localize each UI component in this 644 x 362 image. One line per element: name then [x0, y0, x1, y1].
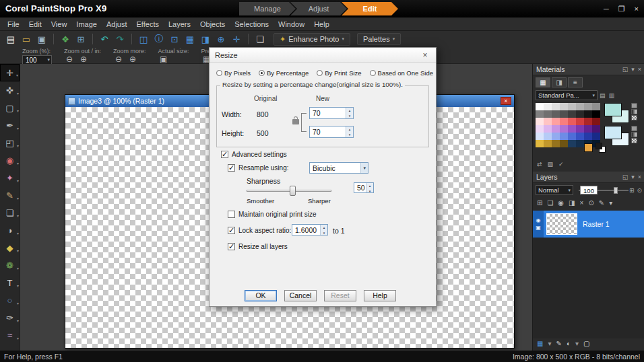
preset-shape-tool[interactable]: ○▾ [0, 291, 20, 309]
mask-icon[interactable]: ◨ [569, 198, 575, 208]
ok-button[interactable]: OK [245, 290, 277, 301]
close-icon[interactable]: × [638, 65, 641, 74]
mode-tab-adjust[interactable]: Adjust [290, 2, 347, 15]
warp-brush-tool[interactable]: ≈▾ [0, 326, 20, 344]
caret-quick-icon[interactable]: ▾ [548, 339, 551, 349]
close-icon[interactable]: × [638, 172, 641, 182]
color-swatch[interactable] [576, 118, 584, 125]
slider-handle[interactable] [290, 186, 296, 196]
grid-view-icon[interactable]: ▦ [183, 33, 197, 45]
color-style-icon[interactable] [631, 103, 637, 108]
color-style-icon[interactable] [631, 126, 637, 131]
checkbox-icon[interactable] [228, 227, 235, 234]
close-button[interactable]: × [635, 5, 639, 13]
maintain-print-size-checkbox[interactable]: Maintain original print size [228, 211, 317, 218]
spin-down-icon[interactable]: ▾ [346, 113, 353, 118]
color-swatch[interactable] [544, 133, 552, 140]
color-swatch[interactable] [592, 125, 600, 133]
color-swatch[interactable] [592, 118, 600, 125]
menu-edit[interactable]: Edit [24, 19, 46, 30]
menu-help[interactable]: Help [309, 19, 334, 30]
help-button[interactable]: Help [364, 290, 396, 301]
open-icon[interactable]: ▭ [20, 33, 33, 45]
radio-by-print-size[interactable]: By Print Size [317, 69, 361, 77]
lock-aspect-ratio-checkbox[interactable]: Lock aspect ratio: [228, 227, 291, 234]
color-swatch[interactable] [544, 118, 552, 125]
dock-icon[interactable]: ◱ [622, 172, 629, 182]
dual-view-icon[interactable]: ◨ [199, 33, 212, 45]
pattern-style-icon[interactable] [631, 115, 637, 120]
color-swatch[interactable] [536, 103, 544, 110]
materials-header[interactable]: Materials ◱▾× [533, 64, 644, 75]
color-swatch[interactable] [552, 103, 560, 110]
aspect-ratio-spinner[interactable]: 1.6000 ▴▾ [292, 224, 328, 236]
link-icon[interactable]: ⊞ [629, 186, 635, 195]
color-swatch[interactable] [584, 110, 592, 118]
info-icon[interactable]: ⓘ [152, 33, 166, 45]
slider-track[interactable] [247, 190, 331, 192]
swatch-quick-icon[interactable]: ▢ [583, 339, 589, 349]
red-eye-tool[interactable]: ◉▾ [0, 151, 20, 169]
color-swatch[interactable] [544, 110, 552, 118]
zoom-more-in-icon[interactable]: ⊕ [127, 55, 138, 64]
text-tool[interactable]: T▾ [0, 274, 20, 291]
swap-colors-icon[interactable]: ⇄ [537, 159, 542, 169]
sharpness-slider[interactable] [247, 186, 331, 196]
document-close-button[interactable]: × [501, 97, 511, 105]
new-file-icon[interactable]: ▤ [4, 33, 18, 45]
transparency-icon[interactable]: ▨ [548, 159, 554, 169]
foreground-color-swatch[interactable] [604, 126, 622, 139]
color-swatch[interactable] [592, 133, 600, 140]
checkbox-icon[interactable] [228, 243, 235, 250]
color-swatch[interactable] [560, 118, 568, 125]
radio-by-pixels[interactable]: By Pixels [216, 69, 251, 77]
redo-icon[interactable]: ↷ [113, 33, 127, 45]
lighten-darken-tool[interactable]: ◑▾ [0, 221, 20, 239]
radio-based-on-one-side[interactable]: Based on One Side [370, 69, 433, 77]
advanced-settings-checkbox[interactable]: Advanced settings [221, 151, 287, 158]
palette-quick-icon[interactable]: ▦ [537, 339, 543, 349]
color-swatch[interactable] [576, 133, 584, 140]
color-swatch[interactable] [560, 125, 568, 133]
palettes-button[interactable]: Palettes ▾ [357, 33, 401, 45]
mode-tab-edit[interactable]: Edit [342, 2, 398, 15]
color-swatch[interactable] [552, 110, 560, 118]
color-swatch[interactable] [552, 133, 560, 140]
foreground-style-buttons[interactable] [631, 103, 637, 120]
picture-tube-tool[interactable]: ❁▾ [0, 256, 20, 274]
menu-selections[interactable]: Selections [230, 19, 273, 30]
visibility-icon[interactable]: ◉ [558, 198, 564, 208]
menu-layers[interactable]: Layers [164, 19, 195, 30]
foreground-material-swatch[interactable] [604, 103, 622, 116]
color-swatch[interactable] [536, 125, 544, 133]
sharpness-value-spinner[interactable]: 50 ▴▾ [354, 182, 374, 193]
color-swatch[interactable] [568, 110, 576, 118]
lock-icon[interactable]: ⊙ [637, 186, 642, 195]
fill-tool[interactable]: ◆▾ [0, 239, 20, 256]
color-swatch[interactable] [584, 103, 592, 110]
cancel-button[interactable]: Cancel [284, 290, 317, 301]
link-layers-icon[interactable]: ⊞ [537, 198, 542, 208]
pan-view-icon[interactable]: ✛ [230, 33, 243, 45]
color-swatch[interactable] [584, 118, 592, 125]
color-swatch[interactable] [552, 125, 560, 133]
radio-by-percentage[interactable]: By Percentage [259, 69, 309, 77]
makeover-tool[interactable]: ✦▾ [0, 169, 20, 186]
zoom-tool-icon[interactable]: ⊕ [214, 33, 228, 45]
menu-effects[interactable]: Effects [132, 19, 164, 30]
zoom-in-icon[interactable]: ⊕ [78, 55, 89, 64]
palette-options-icon[interactable]: ▥ [609, 91, 615, 100]
color-swatch[interactable] [568, 118, 576, 125]
copy-special-icon[interactable]: ❏ [253, 33, 267, 45]
resample-checkbox[interactable]: Resample using: [228, 164, 288, 172]
color-swatch[interactable] [576, 125, 584, 133]
palette-menu-icon[interactable]: ▤ [600, 91, 606, 100]
background-style-buttons[interactable] [631, 126, 637, 143]
gradient-style-icon[interactable] [631, 109, 637, 114]
color-swatch[interactable] [560, 133, 568, 140]
color-swatch[interactable] [576, 140, 584, 147]
collapse-icon[interactable]: ▾ [631, 65, 635, 74]
color-swatch[interactable] [568, 140, 576, 147]
menu-window[interactable]: Window [273, 19, 309, 30]
color-swatch[interactable] [592, 103, 600, 110]
